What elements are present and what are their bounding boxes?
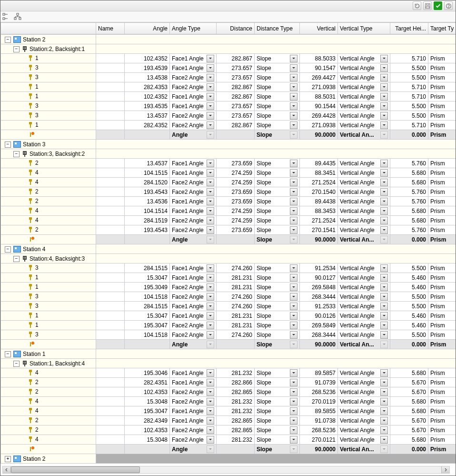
backsight-row[interactable]: −Station:1, Backsight:4 — [1, 359, 456, 368]
col-vertical-type[interactable]: Vertical Type — [338, 23, 390, 34]
chevron-down-icon[interactable] — [207, 303, 214, 310]
observation-row[interactable]: 4 104.1514 Face1 Angle 274.259 Slope 88.… — [1, 206, 456, 216]
name-cell[interactable] — [96, 187, 125, 197]
dropdown[interactable]: Vertical Angle — [340, 303, 388, 310]
distance-cell[interactable]: 274.259 — [217, 206, 255, 216]
vertical-cell[interactable]: 268.5236 — [300, 425, 338, 435]
angle-type-cell[interactable]: Face1 Angle — [170, 168, 217, 178]
observation-row[interactable]: 2 102.4353 Face2 Angle 282.865 Slope 268… — [1, 387, 456, 397]
dropdown[interactable]: Slope — [257, 264, 297, 272]
angle-type-cell[interactable]: Face2 Angle — [170, 73, 217, 82]
name-cell[interactable] — [96, 435, 125, 445]
scroll-right-button[interactable] — [441, 466, 449, 473]
distance-cell[interactable]: 273.659 — [217, 197, 255, 206]
scroll-left-button[interactable] — [3, 466, 11, 473]
vertical-type-cell[interactable]: Vertical Angle — [338, 368, 390, 378]
name-cell[interactable] — [96, 206, 125, 216]
dropdown[interactable]: Slope — [257, 64, 297, 72]
chevron-down-icon[interactable] — [380, 426, 388, 434]
name-cell[interactable] — [96, 311, 125, 321]
observation-row[interactable]: 1 282.4352 Face2 Angle 282.867 Slope 271… — [1, 121, 456, 130]
target-height-cell[interactable]: 5.500 — [390, 292, 428, 302]
angle-type-cell[interactable]: Face1 Angle — [170, 302, 217, 311]
target-type-cell[interactable]: Prism — [428, 197, 456, 206]
dropdown[interactable]: Face2 Angle — [172, 331, 214, 339]
selected-footer-row[interactable]: +Station 2 — [1, 454, 456, 464]
vertical-cell[interactable]: 91.0738 — [300, 416, 338, 425]
distance-cell[interactable]: 273.659 — [217, 225, 255, 235]
distance-type-cell[interactable]: Slope — [255, 292, 300, 302]
chevron-down-icon[interactable] — [207, 83, 214, 91]
vertical-type-cell[interactable]: Vertical Angle — [338, 101, 390, 111]
chevron-down-icon[interactable] — [207, 217, 214, 224]
name-cell[interactable] — [96, 82, 125, 92]
chevron-down-icon[interactable] — [207, 226, 214, 234]
dropdown[interactable]: Slope — [257, 312, 297, 320]
angle-cell[interactable]: 104.1515 — [125, 168, 170, 178]
angle-type-cell[interactable]: Face1 Angle — [170, 416, 217, 425]
save-button[interactable] — [423, 1, 432, 10]
angle-cell[interactable]: 102.4353 — [125, 425, 170, 435]
target-type-cell[interactable]: Prism — [428, 283, 456, 292]
distance-cell[interactable]: 281.232 — [217, 406, 255, 416]
distance-cell[interactable]: 282.865 — [217, 387, 255, 397]
vertical-cell[interactable]: 89.5857 — [300, 368, 338, 378]
chevron-down-icon[interactable] — [207, 102, 214, 110]
dropdown[interactable]: Face2 Angle — [172, 217, 214, 224]
dropdown[interactable]: Face2 Angle — [172, 398, 214, 405]
vertical-type-cell[interactable]: Vertical Angle — [338, 92, 390, 101]
dropdown[interactable]: Face1 Angle — [172, 198, 214, 205]
target-type-cell[interactable]: Prism — [428, 187, 456, 197]
target-type-cell[interactable]: Prism — [428, 435, 456, 445]
distance-type-cell[interactable]: Slope — [255, 178, 300, 187]
target-height-cell[interactable]: 5.670 — [390, 387, 428, 397]
chevron-down-icon[interactable] — [290, 274, 297, 282]
vertical-cell[interactable]: 88.5031 — [300, 92, 338, 101]
chevron-down-icon[interactable] — [290, 102, 297, 110]
dropdown[interactable]: Slope — [257, 331, 297, 339]
data-grid[interactable]: Name Angle Angle Type Distance Distance … — [0, 22, 456, 465]
chevron-down-icon[interactable] — [290, 407, 297, 415]
target-height-cell[interactable]: 5.500 — [390, 263, 428, 273]
name-cell[interactable] — [96, 368, 125, 378]
chevron-down-icon[interactable] — [290, 284, 297, 291]
chevron-down-icon[interactable] — [290, 379, 297, 386]
target-height-cell[interactable]: 5.460 — [390, 311, 428, 321]
vertical-cell[interactable]: 271.2524 — [300, 178, 338, 187]
vertical-type-cell[interactable]: Vertical Angle — [338, 416, 390, 425]
dropdown[interactable]: Face2 Angle — [172, 226, 214, 234]
vertical-cell[interactable]: 89.4438 — [300, 197, 338, 206]
distance-cell[interactable]: 281.232 — [217, 397, 255, 406]
target-height-cell[interactable]: 5.710 — [390, 121, 428, 130]
chevron-down-icon[interactable] — [290, 207, 297, 215]
target-type-cell[interactable]: Prism — [428, 121, 456, 130]
dropdown[interactable]: Vertical Angle — [340, 64, 388, 72]
observation-row[interactable]: 2 282.4349 Face1 Angle 282.865 Slope 91.… — [1, 416, 456, 425]
name-cell[interactable] — [96, 73, 125, 82]
chevron-down-icon[interactable] — [290, 93, 297, 101]
name-cell[interactable] — [96, 330, 125, 340]
distance-type-cell[interactable]: Slope — [255, 283, 300, 292]
target-type-cell[interactable]: Prism — [428, 101, 456, 111]
dropdown[interactable]: Face1 Angle — [172, 102, 214, 110]
dropdown[interactable]: Face2 Angle — [172, 188, 214, 196]
target-height-cell[interactable]: 5.500 — [390, 101, 428, 111]
angle-type-cell[interactable]: Face2 Angle — [170, 321, 217, 330]
dropdown[interactable]: Vertical Angle — [340, 284, 388, 291]
vertical-cell[interactable]: 269.4428 — [300, 111, 338, 121]
dropdown[interactable]: Vertical Angle — [340, 369, 388, 377]
angle-cell[interactable]: 195.3046 — [125, 368, 170, 378]
dropdown[interactable]: Face1 Angle — [172, 417, 214, 425]
station-row[interactable]: −Station 4 — [1, 244, 456, 254]
angle-type-cell[interactable]: Face1 Angle — [170, 311, 217, 321]
dropdown[interactable]: Slope — [257, 188, 297, 196]
angle-cell[interactable]: 284.1520 — [125, 178, 170, 187]
angle-type-cell[interactable]: Face2 Angle — [170, 216, 217, 225]
distance-type-cell[interactable]: Slope — [255, 216, 300, 225]
name-cell[interactable] — [96, 273, 125, 283]
observation-row[interactable]: 1 15.3047 Face1 Angle 281.231 Slope 90.0… — [1, 311, 456, 321]
target-type-cell[interactable]: Prism — [428, 159, 456, 168]
dropdown[interactable]: Vertical Angle — [340, 188, 388, 196]
dropdown[interactable]: Vertical An... — [340, 236, 388, 243]
distance-cell[interactable]: 273.657 — [217, 63, 255, 73]
